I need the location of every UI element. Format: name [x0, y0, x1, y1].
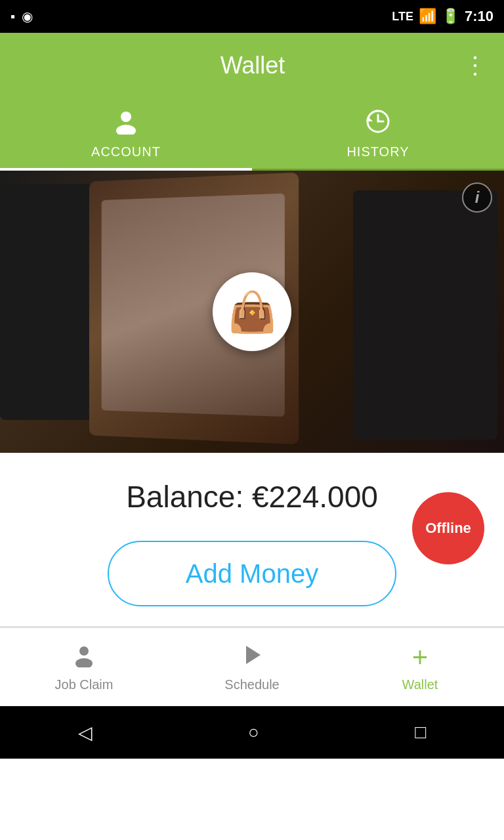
svg-point-4 [79, 646, 89, 656]
recent-apps-button[interactable]: □ [415, 722, 426, 743]
android-icon: ◉ [22, 9, 33, 24]
nav-schedule[interactable]: Schedule [168, 628, 336, 706]
hero-image: i 👜 [0, 171, 504, 453]
main-content: Balance: €224.000 Add Money Offline [0, 453, 504, 626]
wallet-nav-label: Wallet [402, 677, 438, 692]
wallet-avatar: 👜 [213, 272, 291, 351]
offline-badge: Offline [412, 492, 484, 564]
nav-wallet[interactable]: + Wallet [336, 628, 504, 706]
job-claim-label: Job Claim [55, 677, 114, 692]
info-button[interactable]: i [462, 182, 492, 213]
job-claim-icon [72, 642, 96, 673]
time-display: 7:10 [465, 8, 494, 25]
svg-point-1 [116, 125, 136, 135]
account-tab-label: ACCOUNT [91, 144, 161, 159]
svg-point-0 [121, 112, 131, 122]
status-bar-right: LTE 📶 🔋 7:10 [392, 8, 494, 25]
history-tab-label: HISTORY [346, 144, 409, 159]
wallet-icon: 👜 [228, 289, 277, 335]
history-icon [365, 108, 391, 140]
app-bar: Wallet ⋮ [0, 33, 504, 98]
tab-bar: ACCOUNT HISTORY [0, 98, 504, 171]
schedule-label: Schedule [224, 677, 279, 692]
more-options-button[interactable]: ⋮ [463, 52, 488, 79]
balance-display: Balance: €224.000 [126, 479, 378, 514]
nav-job-claim[interactable]: Job Claim [0, 628, 168, 706]
sim-icon: ▪ [10, 9, 15, 24]
signal-icon: 📶 [419, 8, 436, 25]
schedule-icon [240, 642, 264, 673]
status-bar-left: ▪ ◉ [10, 9, 33, 24]
app-title: Wallet [42, 52, 463, 79]
back-button[interactable]: ◁ [78, 722, 93, 744]
tab-account[interactable]: ACCOUNT [0, 98, 252, 169]
wallet-nav-icon: + [412, 642, 429, 673]
svg-point-5 [75, 658, 93, 667]
status-bar: ▪ ◉ LTE 📶 🔋 7:10 [0, 0, 504, 33]
system-nav: ◁ ○ □ [0, 706, 504, 759]
wallet-right-decorative [353, 190, 497, 440]
bottom-nav: Job Claim Schedule + Wallet [0, 627, 504, 706]
battery-icon: 🔋 [442, 8, 459, 25]
add-money-button[interactable]: Add Money [108, 541, 396, 606]
home-button[interactable]: ○ [248, 722, 259, 743]
lte-icon: LTE [392, 10, 413, 24]
account-icon [113, 108, 139, 140]
tab-history[interactable]: HISTORY [252, 98, 504, 169]
svg-marker-6 [246, 646, 261, 664]
